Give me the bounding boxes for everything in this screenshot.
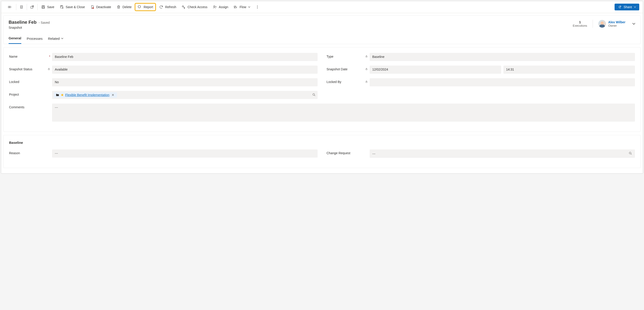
back-button[interactable] xyxy=(5,3,15,10)
locked-label: Locked xyxy=(9,78,52,84)
report-label: Report xyxy=(144,5,153,9)
assign-button[interactable]: Assign xyxy=(210,3,230,10)
snapshot-date-label: Snapshot Date xyxy=(327,66,370,71)
owner-block[interactable]: Alex Wilber Owner xyxy=(598,20,636,27)
star-icon xyxy=(61,93,64,97)
lock-icon xyxy=(365,80,368,84)
snapshot-time-value: 14:31 xyxy=(504,66,635,74)
change-request-field[interactable]: --- xyxy=(370,149,635,158)
overflow-menu-button[interactable] xyxy=(254,3,261,10)
executions-value: 1 xyxy=(573,20,587,24)
tab-related[interactable]: Related xyxy=(48,34,64,44)
chevron-down-icon[interactable] xyxy=(632,22,636,25)
svg-point-11 xyxy=(257,7,258,7)
flow-icon xyxy=(234,5,238,9)
name-field[interactable]: Baseline Feb xyxy=(52,53,318,61)
svg-rect-3 xyxy=(42,6,44,6)
executions-label: Executions xyxy=(573,24,587,27)
lock-icon xyxy=(365,67,368,71)
puzzle-icon xyxy=(138,5,142,9)
owner-name: Alex Wilber xyxy=(608,20,626,24)
svg-rect-6 xyxy=(61,6,62,6)
project-field[interactable]: Flexible Benefit Implementation ✕ xyxy=(52,91,318,99)
comments-field[interactable]: --- xyxy=(52,104,635,122)
toolbar-separator xyxy=(37,4,38,10)
save-close-button[interactable]: Save & Close xyxy=(58,3,87,10)
locked-by-label: Locked By xyxy=(327,78,370,84)
svg-rect-4 xyxy=(42,7,44,8)
save-label: Save xyxy=(47,5,54,9)
delete-button[interactable]: Delete xyxy=(114,3,134,10)
saved-status: - Saved xyxy=(39,21,50,24)
assign-icon xyxy=(213,5,217,9)
svg-point-17 xyxy=(312,93,314,95)
name-label: Name * xyxy=(9,53,52,58)
change-request-label: Change Request xyxy=(327,149,370,155)
save-icon xyxy=(41,5,45,9)
project-link[interactable]: Flexible Benefit Implementation xyxy=(65,93,109,97)
key-check-icon xyxy=(182,5,186,9)
header-separator xyxy=(592,20,593,28)
flow-label: Flow xyxy=(240,5,246,9)
remove-project-button[interactable]: ✕ xyxy=(111,93,115,97)
svg-point-10 xyxy=(257,6,258,6)
lock-icon xyxy=(365,55,368,58)
tab-processes[interactable]: Processes xyxy=(27,34,42,44)
owner-label: Owner xyxy=(608,24,626,27)
svg-point-18 xyxy=(629,152,631,154)
save-close-icon xyxy=(60,5,64,9)
project-lookup-chip: Flexible Benefit Implementation ✕ xyxy=(54,92,117,98)
notes-button[interactable] xyxy=(18,3,25,10)
record-entity-type: Snapshot xyxy=(8,26,50,29)
toolbar-separator xyxy=(16,4,16,10)
share-button[interactable]: Share xyxy=(614,3,639,10)
trash-icon xyxy=(116,5,121,9)
check-access-label: Check Access xyxy=(188,5,207,9)
snapshot-status-label: Snapshot Status xyxy=(9,66,52,71)
search-icon[interactable] xyxy=(312,93,316,97)
deactivate-button[interactable]: Deactivate xyxy=(88,3,114,10)
more-vertical-icon xyxy=(255,5,260,9)
baseline-section-title: Baseline xyxy=(9,141,635,144)
svg-rect-14 xyxy=(48,69,50,70)
snapshot-date-field: 12/02/2024 14:31 xyxy=(370,66,635,74)
svg-point-12 xyxy=(257,8,258,8)
record-title: Baseline Feb xyxy=(8,20,36,25)
executions-summary[interactable]: 1 Executions xyxy=(573,20,587,27)
tab-related-label: Related xyxy=(48,37,60,40)
lock-icon xyxy=(48,67,50,71)
assign-label: Assign xyxy=(219,5,228,9)
type-field: Baseline xyxy=(370,53,635,61)
open-new-window-button[interactable] xyxy=(28,3,36,10)
save-close-label: Save & Close xyxy=(66,5,85,9)
svg-point-9 xyxy=(214,6,215,7)
folder-icon xyxy=(56,93,59,97)
delete-label: Delete xyxy=(122,5,132,9)
check-access-button[interactable]: Check Access xyxy=(179,3,210,10)
refresh-button[interactable]: Refresh xyxy=(157,3,178,10)
tab-general[interactable]: General xyxy=(8,34,21,44)
refresh-icon xyxy=(159,5,163,9)
svg-rect-16 xyxy=(366,82,367,83)
popout-icon xyxy=(30,5,34,9)
general-section: Name * Baseline Feb Type Baseline Snapsh… xyxy=(4,47,640,132)
deactivate-icon xyxy=(90,5,94,9)
locked-field[interactable]: No xyxy=(52,78,318,86)
command-bar: Save Save & Close Deactivate Delete Repo… xyxy=(1,1,643,13)
tab-list: General Processes Related xyxy=(8,34,636,44)
toolbar-separator xyxy=(27,4,27,10)
chevron-down-icon xyxy=(248,6,250,8)
svg-rect-13 xyxy=(366,56,367,57)
svg-point-8 xyxy=(182,6,184,7)
reason-field[interactable]: --- xyxy=(52,149,318,158)
report-button[interactable]: Report xyxy=(135,3,156,11)
refresh-label: Refresh xyxy=(165,5,176,9)
record-header: Baseline Feb - Saved Snapshot 1 Executio… xyxy=(4,15,640,44)
project-label: Project xyxy=(9,91,52,96)
clipboard-icon xyxy=(20,5,24,9)
flow-button[interactable]: Flow xyxy=(231,3,252,10)
search-icon[interactable] xyxy=(628,151,632,156)
save-button[interactable]: Save xyxy=(39,3,56,10)
type-label: Type xyxy=(327,53,370,58)
reason-label: Reason xyxy=(9,149,52,155)
